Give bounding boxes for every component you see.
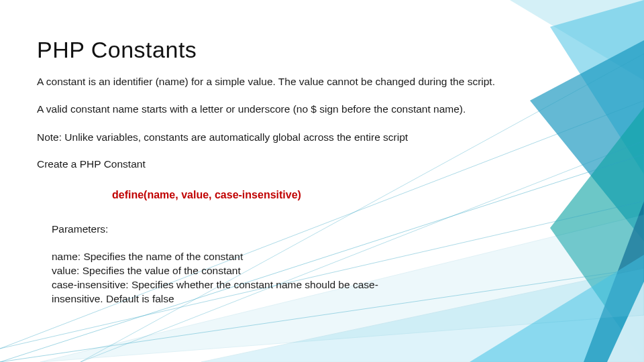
param-line: case-insensitive: Specifies whether the … xyxy=(52,278,400,306)
paragraph-note: Note: Unlike variables, constants are au… xyxy=(37,131,553,143)
subheading-create: Create a PHP Constant xyxy=(37,158,597,170)
parameters-block: Parameters: name: Specifies the name of … xyxy=(52,223,400,306)
parameters-heading: Parameters: xyxy=(52,223,400,237)
slide-title: PHP Constants xyxy=(37,37,597,63)
slide-content: PHP Constants A constant is an identifie… xyxy=(0,0,644,362)
code-syntax: define(name, value, case-insensitive) xyxy=(112,189,597,201)
param-line: value: Specifies the value of the consta… xyxy=(52,264,400,278)
paragraph-definition: A constant is an identifier (name) for a… xyxy=(37,75,553,88)
param-line: name: Specifies the name of the constant xyxy=(52,250,400,264)
paragraph-naming-rule: A valid constant name starts with a lett… xyxy=(37,103,553,115)
